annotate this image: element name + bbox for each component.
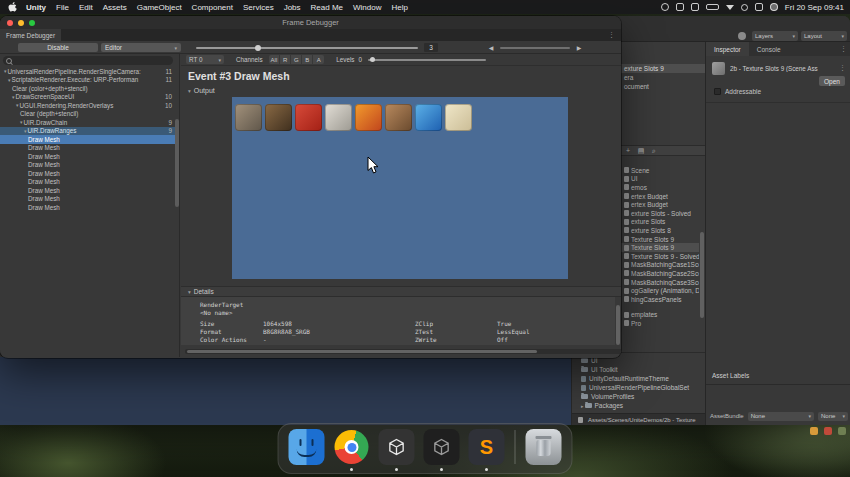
folder-item[interactable]: UI Toolkit <box>572 365 705 374</box>
tree-row[interactable]: Draw Mesh <box>0 203 179 212</box>
foldout-arrow-icon[interactable]: ▾ <box>12 94 15 100</box>
add-asset-icon[interactable] <box>624 147 632 155</box>
foldout-arrow-icon[interactable]: ▾ <box>16 102 19 108</box>
folder-item[interactable]: ▸Packages <box>572 401 705 410</box>
sublime-text-dock-icon[interactable]: S <box>469 429 505 465</box>
event-tree-scrollbar-thumb[interactable] <box>175 119 179 207</box>
tree-row[interactable]: Draw Mesh <box>0 178 179 187</box>
foldout-arrow-icon[interactable]: ▾ <box>20 119 23 125</box>
portrait-sprite-thumb[interactable] <box>385 104 412 131</box>
view-mode-icon[interactable] <box>637 147 645 155</box>
siri-icon[interactable] <box>770 3 778 11</box>
finder-dock-icon[interactable] <box>289 429 325 465</box>
menu-help[interactable]: Help <box>391 3 407 12</box>
folder-item[interactable]: VolumeProfiles <box>572 392 705 401</box>
menu-jobs[interactable]: Jobs <box>284 3 301 12</box>
water-texture-thumb[interactable] <box>415 104 442 131</box>
open-button[interactable]: Open <box>819 76 845 86</box>
trash-dock-icon[interactable] <box>526 429 562 465</box>
character-sprite-thumb[interactable] <box>265 104 292 131</box>
menu-assets[interactable]: Assets <box>103 3 127 12</box>
unity-hub-dock-icon[interactable] <box>379 429 415 465</box>
event-tree-scrollbar[interactable] <box>175 67 179 357</box>
event-search-input[interactable] <box>3 56 173 65</box>
tree-row[interactable]: ▾DrawScreenSpaceUI10 <box>0 93 179 102</box>
menu-component[interactable]: Component <box>192 3 233 12</box>
channel-a-button[interactable]: A <box>313 55 324 64</box>
menu-edit[interactable]: Edit <box>79 3 93 12</box>
menubar-clock[interactable]: Fri 20 Sep 09:41 <box>785 3 844 12</box>
assetbundle-variant-dropdown[interactable]: None <box>818 412 848 421</box>
project-scrollbar-thumb[interactable] <box>700 232 704 318</box>
services-badge-icon[interactable] <box>838 427 846 435</box>
minimize-window-button[interactable] <box>18 20 24 26</box>
tree-row[interactable]: ▾UniversalRenderPipeline.RenderSingleCam… <box>0 67 179 76</box>
tab-console[interactable]: Console <box>749 42 789 56</box>
menu-file[interactable]: File <box>56 3 69 12</box>
inspector-menu-icon[interactable] <box>840 45 847 53</box>
foldout-arrow-icon[interactable]: ▾ <box>4 68 7 74</box>
unity-editor-dock-icon[interactable] <box>424 429 460 465</box>
account-badge-icon[interactable] <box>810 427 818 435</box>
tabstrip-menu-icon[interactable] <box>608 31 615 39</box>
event-number-field[interactable]: 3 <box>424 43 438 52</box>
frame-debugger-titlebar[interactable]: Frame Debugger <box>0 16 621 29</box>
tree-row[interactable]: Draw Mesh <box>0 169 179 178</box>
tree-row[interactable]: ▾UIR.DrawChain9 <box>0 118 179 127</box>
keyboard-icon[interactable] <box>691 3 699 11</box>
output-foldout[interactable]: Output <box>188 87 215 94</box>
display-icon[interactable] <box>676 3 684 11</box>
assetbundle-dropdown[interactable]: None <box>748 412 814 421</box>
expand-arrow-icon[interactable]: ▸ <box>581 403 584 409</box>
menu-services[interactable]: Services <box>243 3 274 12</box>
apple-menu-icon[interactable] <box>8 2 17 12</box>
disable-button[interactable]: Disable <box>18 43 98 52</box>
menu-window[interactable]: Window <box>353 3 381 12</box>
tablet-texture-thumb[interactable] <box>445 104 472 131</box>
account-icon[interactable] <box>738 32 746 40</box>
tree-row[interactable]: Draw Mesh <box>0 135 179 144</box>
menu-unity[interactable]: Unity <box>26 3 46 12</box>
folder-item[interactable]: UnityDefaultRuntimeTheme <box>572 374 705 383</box>
folder-item[interactable]: UniversalRenderPipelineGlobalSet <box>572 383 705 392</box>
breadcrumb[interactable]: Assets/Scenes/UniteDemos/2b - Texture <box>572 413 705 425</box>
horizontal-scrollbar-thumb[interactable] <box>187 350 537 353</box>
tab-frame-debugger[interactable]: Frame Debugger <box>0 29 61 41</box>
spotlight-icon[interactable] <box>741 4 748 11</box>
rock-texture-thumb[interactable] <box>235 104 262 131</box>
close-window-button[interactable] <box>7 20 13 26</box>
tree-row[interactable]: Draw Mesh <box>0 195 179 204</box>
chrome-dock-icon[interactable] <box>334 429 370 465</box>
next-event-button[interactable] <box>574 43 584 52</box>
event-slider-track[interactable] <box>196 47 418 49</box>
tree-row[interactable]: Draw Mesh <box>0 161 179 170</box>
details-scrollbar[interactable] <box>616 297 620 357</box>
tree-row[interactable]: ▾ScriptableRenderer.Execute: URP-Perform… <box>0 76 179 85</box>
previous-event-button[interactable] <box>486 43 496 52</box>
tab-inspector[interactable]: Inspector <box>706 42 749 56</box>
horizontal-scrollbar[interactable] <box>185 349 621 354</box>
menu-gameobject[interactable]: GameObject <box>137 3 182 12</box>
foldout-arrow-icon[interactable]: ▾ <box>24 128 27 134</box>
channel-b-button[interactable]: B <box>302 55 313 64</box>
target-dropdown[interactable]: Editor <box>101 43 181 52</box>
layout-dropdown[interactable]: Layout <box>801 31 847 41</box>
control-center-icon[interactable] <box>755 3 763 11</box>
zoom-window-button[interactable] <box>29 20 35 26</box>
event-slider-handle[interactable] <box>255 45 261 51</box>
tree-row[interactable]: Clear (depth+stencil) <box>0 110 179 119</box>
tree-row[interactable]: ▾UIR.DrawRanges9 <box>0 127 179 136</box>
tree-row[interactable]: ▾UGUI.Rendering.RenderOverlays10 <box>0 101 179 110</box>
tree-row[interactable]: Clear (color+depth+stencil) <box>0 84 179 93</box>
channel-g-button[interactable]: G <box>291 55 302 64</box>
lava-texture-thumb[interactable] <box>355 104 382 131</box>
search-icon[interactable] <box>650 147 658 155</box>
layers-dropdown[interactable]: Layers <box>752 31 798 41</box>
details-foldout[interactable]: Details <box>181 286 621 297</box>
channel-all-button[interactable]: All <box>269 55 281 64</box>
levels-slider[interactable] <box>368 59 486 61</box>
stone-texture-thumb[interactable] <box>325 104 352 131</box>
tree-row[interactable]: Draw Mesh <box>0 186 179 195</box>
render-target-preview[interactable] <box>232 97 568 279</box>
levels-slider-handle[interactable] <box>370 57 375 62</box>
